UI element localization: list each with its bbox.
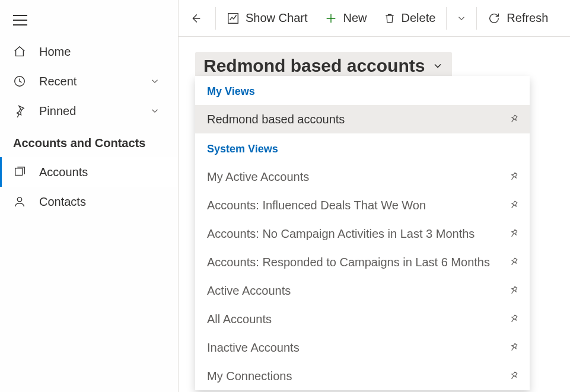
toolbar-separator bbox=[446, 7, 447, 30]
sidebar-item-label: Pinned bbox=[39, 104, 76, 118]
button-label: Refresh bbox=[507, 11, 548, 25]
view-option-label: My Active Accounts bbox=[207, 170, 309, 184]
sidebar-item-recent[interactable]: Recent bbox=[0, 66, 178, 96]
view-option[interactable]: My Active Accounts bbox=[195, 162, 530, 191]
view-option-label: Inactive Accounts bbox=[207, 341, 300, 355]
view-option[interactable]: Inactive Accounts bbox=[195, 333, 530, 362]
svg-line-13 bbox=[512, 318, 514, 322]
button-label: Show Chart bbox=[246, 11, 308, 25]
svg-line-7 bbox=[512, 119, 514, 122]
svg-line-12 bbox=[512, 290, 514, 294]
view-dropdown: My Views Redmond based accounts System V… bbox=[195, 76, 530, 390]
chevron-down-icon bbox=[149, 106, 160, 116]
main-area: Show Chart New Delete bbox=[179, 0, 570, 392]
sidebar-item-pinned[interactable]: Pinned bbox=[0, 96, 178, 126]
toolbar-separator bbox=[215, 7, 216, 30]
delete-button[interactable]: Delete bbox=[375, 0, 444, 37]
view-option[interactable]: Accounts: No Campaign Activities in Last… bbox=[195, 219, 530, 248]
view-option[interactable]: My Connections bbox=[195, 362, 530, 390]
sidebar-item-label: Contacts bbox=[39, 195, 86, 209]
sidebar-item-label: Accounts bbox=[39, 165, 88, 179]
view-option-label: Accounts: Responded to Campaigns in Last… bbox=[207, 256, 490, 269]
pin-icon[interactable] bbox=[508, 342, 519, 353]
view-option-label: Accounts: Influenced Deals That We Won bbox=[207, 199, 426, 212]
pin-icon[interactable] bbox=[508, 114, 519, 125]
back-button[interactable] bbox=[179, 0, 213, 37]
dropdown-section-system-views: System Views bbox=[195, 133, 530, 162]
sidebar-group-header: Accounts and Contacts bbox=[0, 126, 178, 157]
show-chart-button[interactable]: Show Chart bbox=[218, 0, 316, 37]
chevron-down-icon bbox=[456, 13, 467, 24]
view-title: Redmond based accounts bbox=[203, 56, 425, 76]
chevron-down-icon bbox=[149, 76, 160, 87]
view-option[interactable]: Accounts: Influenced Deals That We Won bbox=[195, 191, 530, 219]
refresh-icon bbox=[488, 12, 501, 25]
pin-icon[interactable] bbox=[508, 171, 519, 182]
toolbar: Show Chart New Delete bbox=[179, 0, 570, 37]
toolbar-separator bbox=[476, 7, 477, 30]
pin-icon[interactable] bbox=[508, 285, 519, 296]
trash-icon bbox=[384, 12, 396, 25]
svg-line-10 bbox=[512, 233, 514, 237]
view-option-label: All Accounts bbox=[207, 313, 272, 326]
view-option[interactable]: Active Accounts bbox=[195, 276, 530, 305]
sidebar-item-label: Recent bbox=[39, 75, 77, 88]
chevron-down-icon bbox=[432, 60, 444, 72]
svg-line-9 bbox=[512, 205, 514, 208]
contact-icon bbox=[13, 195, 27, 208]
pin-icon[interactable] bbox=[508, 371, 519, 381]
view-option[interactable]: All Accounts bbox=[195, 305, 530, 333]
chart-icon bbox=[227, 12, 240, 25]
pin-icon bbox=[13, 104, 27, 117]
sidebar-item-label: Home bbox=[39, 45, 71, 59]
pin-icon[interactable] bbox=[508, 200, 519, 211]
view-option-label: Accounts: No Campaign Activities in Last… bbox=[207, 227, 475, 241]
sidebar-item-home[interactable]: Home bbox=[0, 37, 178, 66]
home-icon bbox=[13, 45, 27, 58]
button-label: New bbox=[343, 11, 367, 25]
dropdown-section-my-views: My Views bbox=[195, 76, 530, 105]
svg-point-5 bbox=[17, 197, 21, 202]
svg-line-14 bbox=[512, 347, 514, 350]
pin-icon[interactable] bbox=[508, 314, 519, 324]
new-button[interactable]: New bbox=[316, 0, 375, 37]
pin-icon[interactable] bbox=[508, 228, 519, 239]
view-option[interactable]: Accounts: Responded to Campaigns in Last… bbox=[195, 248, 530, 276]
sidebar: Home Recent Pinned Accounts and Contacts bbox=[0, 0, 179, 392]
svg-line-11 bbox=[512, 262, 514, 265]
account-icon bbox=[13, 165, 27, 179]
view-option-label: Active Accounts bbox=[207, 284, 291, 298]
view-option-label: Redmond based accounts bbox=[207, 113, 345, 126]
svg-rect-4 bbox=[15, 168, 23, 176]
refresh-button[interactable]: Refresh bbox=[479, 0, 556, 37]
plus-icon bbox=[324, 12, 337, 25]
button-label: Delete bbox=[402, 11, 436, 25]
svg-line-8 bbox=[512, 176, 514, 180]
view-option[interactable]: Redmond based accounts bbox=[195, 105, 530, 133]
sidebar-item-contacts[interactable]: Contacts bbox=[0, 187, 178, 216]
overflow-button[interactable] bbox=[449, 0, 474, 37]
pin-icon[interactable] bbox=[508, 257, 519, 267]
view-option-label: My Connections bbox=[207, 369, 292, 383]
menu-icon[interactable] bbox=[13, 15, 27, 26]
svg-line-15 bbox=[512, 375, 514, 379]
sidebar-item-accounts[interactable]: Accounts bbox=[0, 157, 178, 187]
clock-icon bbox=[13, 75, 27, 88]
